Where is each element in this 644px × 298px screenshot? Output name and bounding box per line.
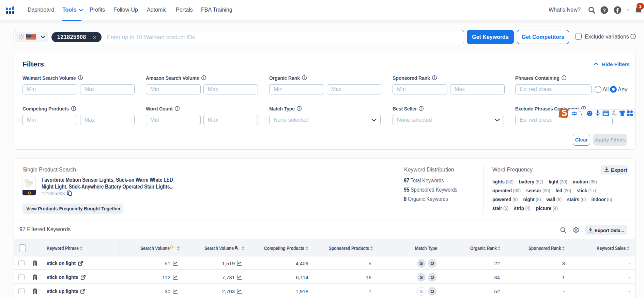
svg-text:17: 17: [614, 114, 616, 116]
svg-text:a: a: [234, 244, 238, 250]
svg-text:?: ?: [603, 7, 606, 13]
